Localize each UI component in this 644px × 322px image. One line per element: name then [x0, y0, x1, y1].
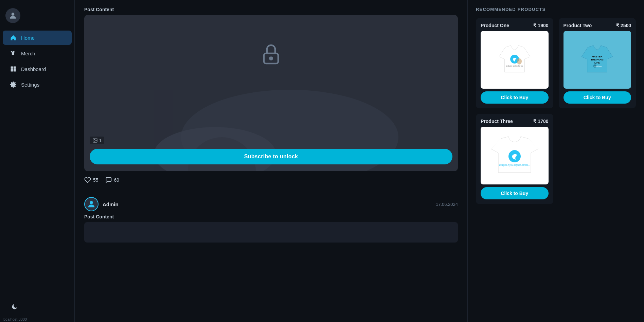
svg-text:LIFE: LIFE — [594, 61, 600, 64]
sidebar-label-settings: Settings — [21, 82, 39, 88]
product-name-3: Product Three — [481, 119, 513, 124]
settings-icon — [10, 81, 17, 88]
post-content-label-2: Post Content — [84, 214, 458, 219]
svg-point-13 — [90, 201, 93, 204]
subscribe-btn-container: Subscribe to unlock — [90, 149, 452, 164]
svg-text:THE FARM: THE FARM — [591, 58, 604, 61]
image-icon — [92, 138, 98, 143]
svg-rect-2 — [14, 67, 16, 69]
product-card-2: Product Two ₹ 2500 MASTER THE FARM LIFE … — [559, 18, 636, 108]
post-content-box-2 — [84, 222, 458, 243]
product-header-2: Product Two ₹ 2500 — [564, 23, 631, 28]
like-action[interactable]: 55 — [84, 177, 99, 183]
svg-point-7 — [270, 57, 272, 59]
comment-action[interactable]: 69 — [105, 177, 120, 183]
buy-button-2[interactable]: Click to Buy — [564, 91, 631, 104]
url-bar: localhost:3000 — [0, 317, 30, 322]
product-price-3: ₹ 1700 — [533, 119, 548, 124]
home-icon — [10, 34, 17, 41]
product-price-2: ₹ 2500 — [616, 23, 631, 28]
svg-rect-3 — [11, 69, 13, 72]
like-count: 55 — [93, 177, 99, 183]
recommended-title: RECOMMENDED PRODUCTS — [476, 7, 636, 12]
product-card-1: Product One ₹ 1900 exclusive content for… — [476, 18, 553, 108]
product-card-3: Product Three ₹ 1700 Imagine if you help… — [476, 114, 553, 204]
sidebar-item-home[interactable]: Home — [3, 31, 72, 45]
svg-text:exclusive content for you: exclusive content for you — [506, 65, 523, 67]
tshirt-svg-2: MASTER THE FARM LIFE OnlyHorse — [578, 41, 616, 78]
post-media-1: 1 Subscribe to unlock — [84, 15, 458, 171]
comment-card: Admin 17.06.2024 Post Content — [84, 193, 458, 247]
sidebar-item-settings[interactable]: Settings — [3, 77, 72, 92]
subscribe-button[interactable]: Subscribe to unlock — [90, 149, 452, 164]
comment-icon — [105, 177, 112, 183]
sidebar-item-merch[interactable]: Merch — [3, 46, 72, 60]
product-header-1: Product One ₹ 1900 — [481, 23, 549, 28]
svg-text:MASTER: MASTER — [592, 55, 603, 58]
sidebar-label-merch: Merch — [21, 51, 35, 56]
heart-icon — [84, 177, 91, 183]
image-count: 1 — [99, 138, 102, 143]
svg-point-16 — [517, 58, 522, 64]
buy-button-3[interactable]: Click to Buy — [481, 187, 549, 199]
moon-icon — [11, 303, 18, 310]
comment-name: Admin — [103, 201, 119, 207]
svg-rect-1 — [11, 67, 13, 69]
post-card-1: Post Content — [84, 7, 458, 185]
theme-toggle[interactable] — [7, 300, 68, 313]
comment-count: 69 — [114, 177, 120, 183]
post-label-1: Post Content — [84, 7, 458, 12]
tshirt-svg-1: exclusive content for you — [496, 41, 533, 78]
lock-area — [84, 15, 458, 73]
products-grid: Product One ₹ 1900 exclusive content for… — [476, 18, 636, 204]
avatar[interactable] — [5, 8, 20, 23]
svg-text:Imagine if you help for horses: Imagine if you help for horses... — [499, 164, 530, 166]
product-name-2: Product Two — [564, 23, 592, 28]
product-image-2: MASTER THE FARM LIFE OnlyHorse — [564, 31, 631, 89]
product-image-1: exclusive content for you — [481, 31, 549, 89]
product-name-1: Product One — [481, 23, 509, 28]
svg-point-0 — [12, 13, 15, 16]
comment-header: Admin 17.06.2024 — [84, 197, 458, 211]
tshirt-svg-3: Imagine if you help for horses... — [484, 132, 545, 179]
right-panel: RECOMMENDED PRODUCTS Product One ₹ 1900 … — [467, 0, 644, 322]
sidebar-label-home: Home — [21, 35, 35, 41]
comment-user: Admin — [84, 197, 119, 211]
product-header-3: Product Three ₹ 1700 — [481, 119, 549, 124]
svg-text:OnlyHorse: OnlyHorse — [594, 66, 602, 67]
sidebar: Home Merch Dashboard Settings — [0, 0, 75, 322]
product-image-3: Imagine if you help for horses... — [481, 127, 549, 184]
image-counter: 1 — [90, 137, 104, 144]
post-actions-1: 55 69 — [84, 175, 458, 185]
sidebar-label-dashboard: Dashboard — [21, 66, 46, 72]
svg-rect-4 — [14, 69, 16, 72]
buy-button-1[interactable]: Click to Buy — [481, 91, 549, 104]
sidebar-item-dashboard[interactable]: Dashboard — [3, 62, 72, 76]
dashboard-icon — [10, 65, 17, 73]
main-content: Post Content — [75, 0, 467, 322]
svg-point-12 — [94, 139, 95, 140]
tshirt-icon — [10, 50, 17, 57]
sidebar-bottom — [0, 297, 74, 317]
comment-avatar — [84, 197, 99, 211]
comment-date: 17.06.2024 — [436, 202, 458, 207]
product-price-1: ₹ 1900 — [533, 23, 548, 28]
lock-icon — [259, 42, 283, 68]
